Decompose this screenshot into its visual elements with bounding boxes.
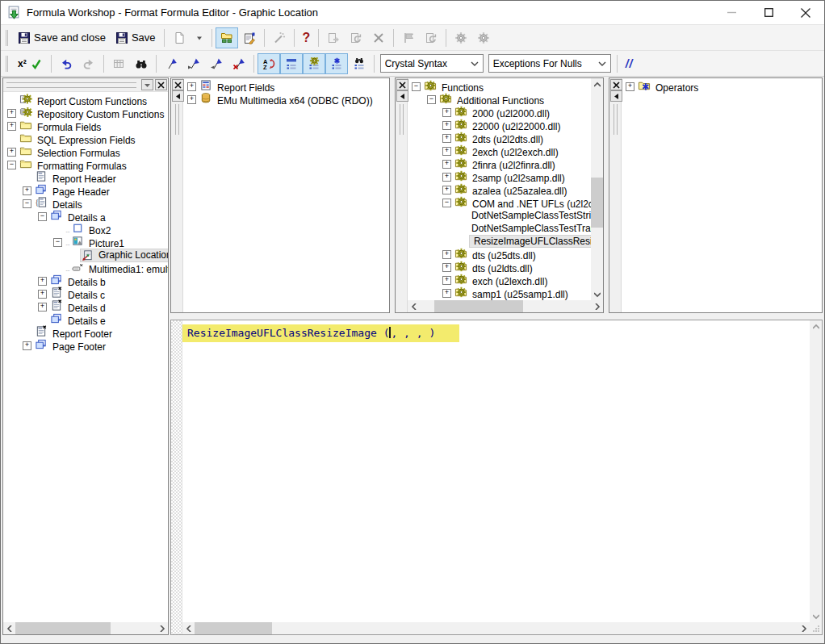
panel-close-button[interactable] xyxy=(610,79,622,90)
functions-horizontal-scrollbar[interactable] xyxy=(408,300,603,312)
tree-item-2samp-u2l2samp-dll[interactable]: +2samp (u2l2samp.dll) xyxy=(408,170,591,183)
expander-icon[interactable]: − xyxy=(442,199,451,207)
expander-icon[interactable]: − xyxy=(23,199,31,208)
panel-close-button[interactable] xyxy=(172,79,184,90)
browse-data-button[interactable] xyxy=(107,53,130,74)
new-formula-dropdown-button[interactable] xyxy=(191,27,208,48)
next-bookmark-button[interactable] xyxy=(182,53,205,74)
tree-item-formula-fields[interactable]: +Formula Fields xyxy=(3,119,168,132)
functions-vertical-scrollbar[interactable] xyxy=(591,78,603,300)
scroll-down-icon[interactable] xyxy=(810,610,822,622)
tree-item-details-a[interactable]: −Details a xyxy=(3,210,168,223)
tree-item-details[interactable]: −{Details xyxy=(3,197,168,210)
scroll-right-icon[interactable] xyxy=(591,300,603,312)
expander-icon[interactable]: + xyxy=(442,250,451,259)
null-treatment-combobox[interactable]: Exceptions For Nulls xyxy=(488,54,611,73)
tree-item-additional-functions[interactable]: −Additional Functions xyxy=(408,93,591,106)
workshop-horizontal-scrollbar[interactable] xyxy=(3,622,168,634)
redo-button[interactable] xyxy=(77,53,100,74)
scroll-left-icon[interactable] xyxy=(182,622,195,634)
expander-icon[interactable]: + xyxy=(442,186,451,194)
scroll-right-icon[interactable] xyxy=(156,622,168,634)
expander-icon[interactable]: + xyxy=(23,186,31,195)
resize-grip[interactable] xyxy=(810,622,822,634)
dock-left-button[interactable] xyxy=(610,90,622,102)
tree-item-22000-u2l22000-dll[interactable]: +22000 (u2l22000.dll) xyxy=(408,119,591,132)
expander-icon[interactable]: − xyxy=(427,95,436,104)
tree-item-report-fields[interactable]: +Report Fields xyxy=(183,80,389,93)
comment-button[interactable]: // xyxy=(621,53,639,74)
panel-grip[interactable] xyxy=(614,104,618,135)
find-button[interactable] xyxy=(130,53,153,74)
expander-icon[interactable]: − xyxy=(38,212,47,221)
check-syntax-button[interactable]: x² xyxy=(13,53,48,74)
add-to-repository-button[interactable] xyxy=(322,27,345,48)
expander-icon[interactable]: − xyxy=(7,161,16,169)
expander-icon[interactable]: + xyxy=(7,148,16,157)
dock-left-button[interactable] xyxy=(396,90,408,102)
tree-item-emu-multimedia-x64-odbc-rdo[interactable]: +EMu Multimedia x64 (ODBC (RDO)) xyxy=(183,93,389,106)
scrollbar-thumb[interactable] xyxy=(15,622,111,634)
syntax-combobox[interactable]: Crystal Syntax xyxy=(380,54,484,73)
tree-item-dotnetsampleclasstesttransla[interactable]: DotNetSampleClassTestTransla xyxy=(408,222,591,235)
expander-icon[interactable]: + xyxy=(187,82,196,91)
repository-flag-button[interactable] xyxy=(397,27,420,48)
use-expert-button[interactable] xyxy=(268,27,291,48)
panel-grip[interactable] xyxy=(175,104,179,135)
scroll-up-icon[interactable] xyxy=(591,78,603,90)
clear-bookmarks-button[interactable] xyxy=(228,53,250,74)
tree-item-samp1-u25samp1-dll[interactable]: +samp1 (u25samp1.dll) xyxy=(408,286,591,299)
find-in-formulas-button[interactable] xyxy=(348,53,371,74)
tree-item-exch-u2lexch-dll[interactable]: +exch (u2lexch.dll) xyxy=(408,274,591,286)
expander-icon[interactable]: + xyxy=(442,108,451,117)
expander-icon[interactable]: + xyxy=(7,109,16,118)
tree-item-operators[interactable]: +Operators xyxy=(622,80,822,93)
new-formula-button[interactable] xyxy=(168,27,191,48)
tree-item-resizeimageuflclassresizeim[interactable]: ResizeImageUFLClassResizeIm xyxy=(408,235,591,248)
tree-item-formatting-formulas[interactable]: −Formatting Formulas xyxy=(3,158,168,171)
undo-button[interactable] xyxy=(55,53,77,74)
add-from-repository-button[interactable] xyxy=(345,27,367,48)
editor-horizontal-scrollbar[interactable] xyxy=(182,622,810,634)
help-button[interactable]: ? xyxy=(298,27,316,48)
delete-button[interactable] xyxy=(367,27,390,48)
scrollbar-thumb[interactable] xyxy=(434,300,523,312)
expander-icon[interactable]: + xyxy=(38,303,47,312)
close-button[interactable] xyxy=(787,1,824,24)
expander-icon[interactable]: + xyxy=(38,277,47,286)
tree-item-multimedia1-emulti[interactable]: ···Multimedia1: emulti xyxy=(3,261,168,274)
tree-item-details-e[interactable]: Details e xyxy=(3,313,168,326)
toggle-workshop-tree-button[interactable] xyxy=(216,27,238,48)
custom-function-gear-button-2[interactable] xyxy=(472,27,495,48)
maximize-button[interactable] xyxy=(750,1,787,24)
tree-item-com-and-net-ufls-u2l2com[interactable]: −COM and .NET UFLs (u2l2com xyxy=(408,196,591,209)
toggle-bookmark-button[interactable] xyxy=(160,53,182,74)
toolbar-grip[interactable] xyxy=(6,56,8,72)
expander-icon[interactable]: + xyxy=(442,263,451,272)
tree-item-selection-formulas[interactable]: +Selection Formulas xyxy=(3,145,168,158)
previous-bookmark-button[interactable] xyxy=(205,53,228,74)
tree-item-report-custom-functions[interactable]: Report Custom Functions xyxy=(3,94,168,107)
toggle-functions-tree-button[interactable] xyxy=(303,53,325,74)
tree-item-dts-u25dts-dll[interactable]: +dts (u25dts.dll) xyxy=(408,248,591,261)
tree-item-report-header[interactable]: Report Header xyxy=(3,171,168,184)
save-button[interactable]: Save xyxy=(111,27,161,48)
tree-item-repository-custom-functions[interactable]: +Repository Custom Functions xyxy=(3,107,168,119)
tree-item-2exch-u2l2exch-dll[interactable]: +2exch (u2l2exch.dll) xyxy=(408,144,591,157)
scrollbar-thumb[interactable] xyxy=(195,622,272,634)
formula-text-area[interactable]: ResizeImageUFLClassResizeImage (, , , ) xyxy=(182,320,810,622)
expander-icon[interactable]: − xyxy=(53,238,62,247)
tree-item-report-footer[interactable]: Report Footer xyxy=(3,326,168,339)
tree-item-functions[interactable]: −Functions xyxy=(408,80,591,93)
tree-item-sql-expression-fields[interactable]: SQL Expression Fields xyxy=(3,132,168,145)
panel-menu-button[interactable] xyxy=(141,79,153,90)
panel-grip[interactable] xyxy=(6,82,136,88)
tree-item-page-footer[interactable]: +Page Footer xyxy=(3,339,168,352)
panel-close-button[interactable] xyxy=(155,79,167,90)
expander-icon[interactable]: + xyxy=(442,173,451,182)
tree-item-box2[interactable]: ···Box2 xyxy=(3,223,168,236)
editor-grip[interactable] xyxy=(171,320,182,634)
expander-icon[interactable]: + xyxy=(38,290,47,299)
scroll-up-icon[interactable] xyxy=(810,320,822,332)
panel-grip[interactable] xyxy=(400,104,404,135)
